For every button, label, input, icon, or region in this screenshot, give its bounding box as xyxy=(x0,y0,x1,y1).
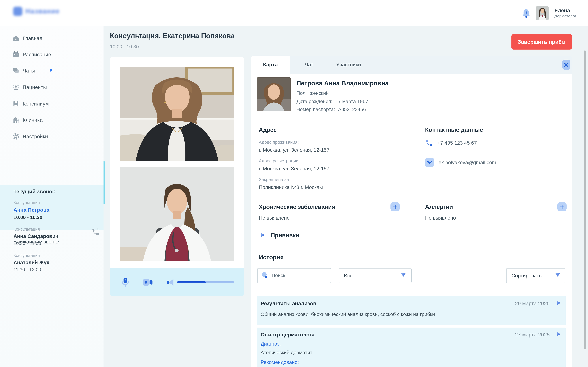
diagnosis-label: Диагноз: xyxy=(261,341,281,347)
sidebar-item-label: Настройки xyxy=(23,133,48,139)
patient-card: Карта Чат Участники Пе xyxy=(251,56,572,367)
tab-card[interactable]: Карта xyxy=(251,56,290,74)
mic-button[interactable] xyxy=(119,268,131,296)
field-label: Номер паспорта: xyxy=(296,107,335,112)
upcoming-call-time: 10.30 - 11.00 xyxy=(13,241,41,246)
user-avatar[interactable] xyxy=(536,6,549,20)
patient-avatar xyxy=(257,77,291,111)
sidebar-item-label: Пациенты xyxy=(23,84,47,90)
history-entry-date: 27 марта 2025 xyxy=(515,332,550,338)
address-label: Адрес регистрации: xyxy=(259,158,300,163)
section-divider xyxy=(259,248,567,248)
search-input[interactable] xyxy=(271,273,321,279)
history-sort-button[interactable]: Сортировать xyxy=(506,268,565,283)
logo-text: Название xyxy=(26,7,60,15)
history-entry-title: Результаты анализов xyxy=(261,301,316,307)
page-scrollbar[interactable] xyxy=(584,50,586,349)
patient-field-row: Номер паспорта:A852123456 xyxy=(296,107,366,112)
current-call-patient[interactable]: Анна Петрова xyxy=(13,207,49,213)
tab-chat[interactable]: Чат xyxy=(298,56,320,74)
page-title: Консультация, Екатерина Полякова xyxy=(110,32,235,40)
tab-label: Карта xyxy=(263,62,278,68)
chronic-value: Не выявлено xyxy=(259,215,290,221)
current-call-block[interactable]: Текущий звонок Консультация Анна Петрова… xyxy=(0,185,104,230)
sidebar-item-clinic[interactable]: Клиника xyxy=(0,115,104,125)
field-value: A852123456 xyxy=(338,107,366,112)
mail-icon xyxy=(425,158,434,167)
current-call-type: Консультация xyxy=(13,200,40,205)
history-filter-select[interactable]: Все xyxy=(339,268,412,283)
upcoming-call-type: Консультация xyxy=(13,253,40,258)
chronic-title: Хронические заболевания xyxy=(259,204,335,210)
arrow-right-icon[interactable] xyxy=(556,332,561,338)
speaker-button[interactable] xyxy=(164,268,176,296)
tab-bar: Карта Чат Участники xyxy=(251,56,572,74)
history-entry-text: Общий анализ крови, биохимический анализ… xyxy=(261,312,435,317)
upcoming-call[interactable]: Консультация Анатолий Жук 11.30 - 12.00 xyxy=(0,253,104,278)
phone-row[interactable]: +7 495 123 45 67 xyxy=(425,139,477,147)
vaccinations-title: Прививки xyxy=(271,232,299,239)
mic-icon xyxy=(121,277,130,287)
add-allergy-button[interactable] xyxy=(557,202,567,211)
video-panel xyxy=(110,57,244,296)
upcoming-call-patient: Анна Сандарович xyxy=(13,233,58,239)
gear-icon xyxy=(12,133,20,140)
sort-label: Сортировать xyxy=(511,273,542,278)
triangle-right-icon xyxy=(261,233,265,238)
topbar: Название Елена Дерматолог xyxy=(0,0,588,26)
sidebar-item-patients[interactable]: Пациенты xyxy=(0,83,104,92)
patients-icon xyxy=(12,83,20,91)
sidebar-item-home[interactable]: Главная xyxy=(0,34,104,43)
upcoming-call-time: 11.30 - 12.00 xyxy=(13,267,41,273)
add-chronic-button[interactable] xyxy=(390,202,400,211)
sidebar-item-label: Чаты xyxy=(23,68,35,74)
history-entry[interactable]: Результаты анализов 29 марта 2025 Общий … xyxy=(257,296,566,325)
user-info: Елена Дерматолог xyxy=(554,7,576,19)
email-value: ek.polyakova@gmail.com xyxy=(439,159,496,165)
doctor-video-image xyxy=(120,167,234,261)
sidebar-item-council[interactable]: Консилиум xyxy=(0,99,104,108)
bell-icon[interactable] xyxy=(522,8,531,17)
current-call-title: Текущий звонок xyxy=(13,189,55,195)
column-divider xyxy=(414,200,414,222)
sidebar: Главная Расписание Чаты Пациенты xyxy=(0,26,104,367)
sidebar-item-settings[interactable]: Настройки xyxy=(0,132,104,141)
app-logo: Название xyxy=(13,7,60,16)
volume-slider[interactable] xyxy=(177,281,234,283)
sidebar-item-schedule[interactable]: Расписание xyxy=(0,50,104,59)
add-call-icon[interactable] xyxy=(91,227,100,236)
close-button[interactable] xyxy=(562,60,570,70)
close-icon xyxy=(564,63,568,67)
chevron-down-icon xyxy=(555,273,560,278)
finish-appointment-label: Завершить приём xyxy=(518,39,565,45)
upcoming-call-type: Консультация xyxy=(13,227,40,232)
camera-button[interactable] xyxy=(141,268,154,296)
finish-appointment-button[interactable]: Завершить приём xyxy=(511,34,572,50)
user-name: Елена xyxy=(554,7,576,14)
patient-avatar-image xyxy=(257,77,291,111)
sidebar-item-label: Расписание xyxy=(23,51,51,57)
clinic-icon xyxy=(12,116,20,124)
arrow-right-icon[interactable] xyxy=(556,300,561,307)
sidebar-item-chats[interactable]: Чаты xyxy=(0,66,104,75)
field-label: Пол: xyxy=(296,91,307,96)
calendar-icon xyxy=(12,51,20,58)
tab-participants[interactable]: Участники xyxy=(330,56,367,74)
sidebar-item-label: Клиника xyxy=(23,117,43,123)
email-row[interactable]: ek.polyakova@gmail.com xyxy=(425,158,496,167)
patient-video xyxy=(120,67,234,161)
volume-slider-fill xyxy=(177,281,206,283)
history-search[interactable] xyxy=(257,268,331,283)
section-divider xyxy=(259,226,567,226)
allergies-value: Не выявлено xyxy=(425,215,456,221)
history-entry[interactable]: Осмотр дерматолога 27 марта 2025 Диагноз… xyxy=(257,327,566,367)
address-label: Адрес проживания: xyxy=(259,140,299,145)
recommended-label: Рекомендовано: xyxy=(261,359,299,365)
allergies-title: Аллергии xyxy=(425,204,453,210)
vaccinations-expander[interactable] xyxy=(261,233,266,239)
field-value: женский xyxy=(310,91,329,96)
history-entry-date: 29 марта 2025 xyxy=(515,301,550,307)
chat-icon xyxy=(12,67,20,74)
sidebar-item-label: Консилиум xyxy=(23,101,49,107)
upcoming-call[interactable]: Консультация Анна Сандарович 10.30 - 11.… xyxy=(0,227,104,251)
